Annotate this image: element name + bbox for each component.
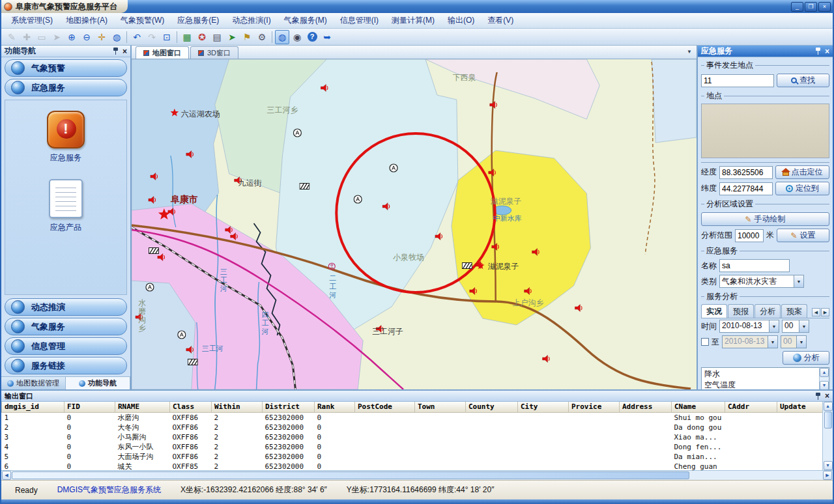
nav-button-service-links[interactable]: 服务链接 bbox=[5, 357, 127, 374]
menu-item-4[interactable]: 动态推演(I) bbox=[226, 13, 276, 28]
pin-icon[interactable] bbox=[113, 47, 119, 55]
nav-button-info-management[interactable]: 信息管理 bbox=[5, 337, 127, 355]
map-tab-3d-window[interactable]: 3D窗口 bbox=[190, 46, 238, 59]
maximize-button[interactable]: ❐ bbox=[805, 2, 817, 12]
nav-button-weather-service[interactable]: 气象服务 bbox=[5, 318, 127, 335]
column-header[interactable]: Address bbox=[620, 402, 672, 412]
full-extent-tool[interactable]: ◍ bbox=[109, 30, 124, 44]
column-header[interactable]: Provice bbox=[569, 402, 620, 412]
help-tool[interactable]: ? bbox=[305, 30, 319, 44]
event-location-input[interactable] bbox=[701, 74, 774, 87]
flag-marker[interactable] bbox=[149, 248, 158, 254]
export-image-tool[interactable]: ➥ bbox=[320, 30, 334, 44]
chevron-down-icon[interactable]: ▼ bbox=[794, 275, 803, 287]
station-marker[interactable] bbox=[293, 129, 301, 137]
scrollbar-thumb[interactable] bbox=[12, 471, 689, 479]
close-icon[interactable]: × bbox=[825, 392, 829, 400]
menu-item-8[interactable]: 输出(O) bbox=[442, 13, 480, 28]
nav-button-dynamic-deduction[interactable]: 动态推演 bbox=[5, 298, 127, 316]
service-type-select[interactable]: 气象和洪水灾害 ▼ bbox=[719, 275, 804, 288]
column-header[interactable]: City bbox=[518, 402, 569, 412]
locate-to-button[interactable]: 定位到 bbox=[775, 182, 829, 195]
pin-icon[interactable] bbox=[815, 47, 821, 55]
menu-item-2[interactable]: 气象预警(W) bbox=[115, 13, 170, 28]
zoom-out-tool[interactable]: ⊖ bbox=[79, 30, 94, 44]
station-marker[interactable] bbox=[146, 283, 154, 291]
column-header[interactable]: CName bbox=[672, 402, 725, 412]
service-tab-plan[interactable]: 预案 bbox=[781, 304, 807, 318]
north-arrow-tool[interactable]: ✪ bbox=[195, 30, 209, 44]
visibility-tool[interactable]: ◉ bbox=[290, 30, 304, 44]
map-tab-list-dropdown-icon[interactable]: ▼ bbox=[687, 49, 692, 55]
column-header[interactable]: RNAME bbox=[115, 402, 170, 412]
station-marker[interactable] bbox=[354, 195, 362, 203]
map-tab-map-window[interactable]: 地图窗口 bbox=[136, 46, 189, 59]
element-listbox[interactable]: 降水空气温度 ▲ ▼ bbox=[701, 367, 829, 389]
manual-draw-button[interactable]: ✎手动绘制 bbox=[701, 212, 829, 226]
column-header[interactable]: Within bbox=[212, 402, 263, 412]
minimize-button[interactable]: _ bbox=[791, 2, 803, 12]
chevron-down-icon[interactable]: ▼ bbox=[796, 336, 806, 348]
zoom-to-selection-tool[interactable]: ⊡ bbox=[160, 30, 174, 44]
chevron-down-icon[interactable]: ▼ bbox=[769, 320, 779, 332]
column-header[interactable]: dmgis_id bbox=[2, 402, 65, 412]
time-hour-select[interactable]: 00 ▼ bbox=[782, 320, 809, 333]
table-row[interactable]: 20大冬沟OXFF8626523020000Da dong gou bbox=[2, 423, 823, 432]
analysis-range-input[interactable] bbox=[735, 229, 764, 242]
table-row[interactable]: 40东风一小队OXFF8626523020000Dong fen... bbox=[2, 442, 823, 452]
scroll-right-icon[interactable]: ▶ bbox=[823, 471, 832, 480]
menu-item-7[interactable]: 测量计算(M) bbox=[386, 13, 440, 28]
longitude-input[interactable] bbox=[719, 166, 773, 179]
column-header[interactable]: Town bbox=[415, 402, 466, 412]
table-row[interactable]: 30小马厮沟OXFF8626523020000Xiao ma... bbox=[2, 432, 823, 442]
nav-button-weather-warning[interactable]: 气象预警 bbox=[5, 59, 127, 77]
set-range-button[interactable]: ✎设置 bbox=[777, 229, 829, 242]
menu-item-3[interactable]: 应急服务(E) bbox=[171, 13, 225, 28]
latitude-input[interactable] bbox=[719, 182, 773, 195]
service-name-input[interactable] bbox=[719, 259, 790, 272]
column-header[interactable]: PostCode bbox=[355, 402, 415, 412]
pan-tool[interactable]: ✛ bbox=[94, 30, 109, 44]
close-icon[interactable]: × bbox=[825, 48, 829, 55]
table-row[interactable]: 60城关OXFF8526523020000Cheng guan bbox=[2, 462, 823, 471]
map-export-tool[interactable]: ▦ bbox=[180, 30, 194, 44]
map-canvas[interactable]: 六运湖农场三工河乡下西泉阜康市九运街滋泥泉子中新水库小泉牧场滋泥泉子上户沟乡三工… bbox=[132, 59, 697, 389]
previous-extent-tool[interactable]: ↶ bbox=[130, 30, 144, 44]
column-header[interactable]: Class bbox=[170, 402, 212, 412]
column-header[interactable]: FID bbox=[65, 402, 115, 412]
menu-item-0[interactable]: 系统管理(S) bbox=[5, 13, 59, 28]
table-horizontal-scrollbar[interactable]: ◀ ▶ bbox=[1, 470, 833, 480]
station-marker[interactable] bbox=[178, 331, 186, 339]
service-tab-analysis[interactable]: 分析 bbox=[755, 304, 781, 318]
service-tab-forecast[interactable]: 预报 bbox=[728, 304, 754, 318]
map-svg[interactable]: 六运湖农场三工河乡下西泉阜康市九运街滋泥泉子中新水库小泉牧场滋泥泉子上户沟乡三工… bbox=[132, 59, 697, 389]
menu-item-6[interactable]: 信息管理(I) bbox=[334, 13, 384, 28]
table-row[interactable]: 10水磨沟OXFF8626523020000Shui mo gou bbox=[2, 412, 823, 423]
identify-tool[interactable]: ➤ bbox=[225, 30, 239, 44]
scrollbar-thumb[interactable] bbox=[824, 412, 832, 428]
station-marker[interactable] bbox=[390, 164, 397, 172]
click-locate-button[interactable]: 点击定位 bbox=[775, 165, 829, 179]
scroll-down-icon[interactable]: ▼ bbox=[820, 381, 829, 389]
close-button[interactable]: × bbox=[818, 2, 831, 12]
to-hour-select[interactable]: 00 ▼ bbox=[781, 335, 807, 348]
column-header[interactable]: Update bbox=[777, 402, 823, 412]
menu-item-5[interactable]: 气象服务(M) bbox=[278, 13, 333, 28]
table-row[interactable]: 50大面场子沟OXFF8626523020000Da mian... bbox=[2, 452, 823, 462]
zoom-in-tool[interactable]: ⊕ bbox=[65, 30, 79, 44]
column-header[interactable]: District bbox=[263, 402, 315, 412]
scroll-up-icon[interactable]: ▲ bbox=[820, 368, 829, 377]
chevron-down-icon[interactable]: ▼ bbox=[768, 336, 777, 348]
column-header[interactable]: Rank bbox=[315, 402, 355, 412]
measure-flag-tool[interactable]: ⚑ bbox=[240, 30, 254, 44]
globe-select-tool[interactable]: ◍ bbox=[275, 30, 289, 44]
scroll-left-icon[interactable]: ◀ bbox=[2, 471, 11, 480]
menu-item-9[interactable]: 查看(V) bbox=[482, 13, 519, 28]
flag-marker[interactable] bbox=[462, 263, 472, 269]
print-tool[interactable]: ▤ bbox=[210, 30, 224, 44]
column-header[interactable]: CAddr bbox=[725, 402, 777, 412]
list-item[interactable]: 降水 bbox=[703, 369, 818, 380]
listbox-scrollbar[interactable]: ▲ ▼ bbox=[819, 368, 829, 389]
analyze-button[interactable]: 分析 bbox=[783, 351, 829, 365]
shortcut-emergency-service[interactable]: 应急服务 bbox=[47, 111, 85, 163]
